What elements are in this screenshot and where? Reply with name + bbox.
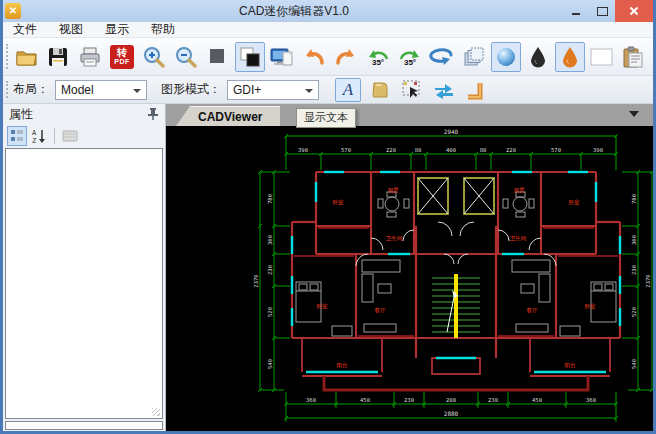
zoom-in-icon bbox=[142, 45, 166, 69]
swap-compare-button[interactable] bbox=[431, 78, 457, 102]
graphics-mode-label: 图形模式： bbox=[161, 81, 221, 98]
background-toggle-icon bbox=[238, 45, 262, 69]
droplet-orange-icon bbox=[558, 45, 582, 69]
app-window: ✕ CAD迷你编辑器V1.0 文件 视图 显示 帮助 转PDF bbox=[0, 0, 656, 434]
color-square-button[interactable] bbox=[203, 42, 233, 72]
menu-help[interactable]: 帮助 bbox=[151, 21, 175, 38]
rotate-left-35-button[interactable]: 35° bbox=[363, 42, 393, 72]
paste-button[interactable] bbox=[619, 42, 649, 72]
svg-text:客厅: 客厅 bbox=[527, 307, 539, 314]
sort-az-button[interactable]: AZ bbox=[29, 126, 49, 146]
svg-text:厨房: 厨房 bbox=[514, 187, 526, 193]
svg-text:卧室: 卧室 bbox=[317, 303, 329, 309]
property-pages-button bbox=[60, 126, 80, 146]
ink-orange-button[interactable] bbox=[555, 42, 585, 72]
open-button[interactable] bbox=[11, 42, 41, 72]
display-text-button[interactable]: A bbox=[335, 78, 361, 102]
svg-text:540: 540 bbox=[631, 359, 637, 369]
cad-canvas[interactable]: 2940 2880 390 570 220 80 400 80 220 570 bbox=[166, 126, 653, 431]
svg-text:卧室: 卧室 bbox=[569, 199, 581, 205]
svg-text:450: 450 bbox=[360, 397, 370, 403]
close-button[interactable] bbox=[615, 0, 653, 22]
zoom-out-button[interactable] bbox=[171, 42, 201, 72]
properties-grid[interactable] bbox=[5, 148, 163, 419]
svg-text:570: 570 bbox=[551, 147, 561, 153]
swap-arrows-icon bbox=[432, 79, 456, 101]
polyline-corner-button[interactable] bbox=[463, 78, 489, 102]
redo-button[interactable] bbox=[331, 42, 361, 72]
graphics-mode-select[interactable]: GDI+ bbox=[227, 80, 319, 100]
zoom-out-icon bbox=[174, 45, 198, 69]
convert-pdf-button[interactable]: 转PDF bbox=[107, 42, 137, 72]
save-button[interactable] bbox=[43, 42, 73, 72]
open-folder-icon bbox=[14, 45, 38, 69]
layout-value: Model bbox=[61, 83, 94, 97]
layout-select[interactable]: Model bbox=[55, 80, 147, 100]
svg-text:230: 230 bbox=[267, 265, 273, 275]
printer-icon bbox=[78, 45, 102, 69]
svg-text:80: 80 bbox=[415, 147, 422, 153]
svg-text:Z: Z bbox=[32, 137, 36, 144]
minimize-button[interactable] bbox=[563, 0, 589, 22]
svg-text:A: A bbox=[32, 129, 37, 137]
print-button[interactable] bbox=[75, 42, 105, 72]
pdf-icon: 转PDF bbox=[110, 45, 134, 69]
svg-text:230: 230 bbox=[404, 397, 414, 403]
floor-plan-drawing: 2940 2880 390 570 220 80 400 80 220 570 bbox=[166, 126, 653, 430]
rotate-orbit-icon bbox=[428, 45, 456, 69]
menu-bar: 文件 视图 显示 帮助 bbox=[3, 22, 653, 38]
svg-text:卧室: 卧室 bbox=[333, 199, 345, 205]
solid-fill-button[interactable] bbox=[367, 78, 393, 102]
render-sphere-button[interactable] bbox=[491, 42, 521, 72]
zoom-in-button[interactable] bbox=[139, 42, 169, 72]
rotate-left-angle: 35° bbox=[372, 59, 384, 66]
fit-screen-button[interactable] bbox=[267, 42, 297, 72]
categorized-view-button[interactable] bbox=[7, 126, 27, 146]
svg-text:390: 390 bbox=[593, 147, 603, 153]
sort-az-icon: AZ bbox=[31, 128, 47, 144]
svg-text:540: 540 bbox=[267, 359, 273, 369]
menu-view[interactable]: 视图 bbox=[59, 21, 83, 38]
rotate-view-button[interactable] bbox=[427, 42, 457, 72]
select-entities-icon bbox=[401, 79, 423, 101]
property-page-icon bbox=[62, 129, 78, 143]
menu-display[interactable]: 显示 bbox=[105, 21, 129, 38]
blank-swatch-button[interactable] bbox=[587, 42, 617, 72]
svg-text:400: 400 bbox=[446, 147, 456, 153]
undo-button[interactable] bbox=[299, 42, 329, 72]
ink-black-button[interactable] bbox=[523, 42, 553, 72]
background-toggle-button[interactable] bbox=[235, 42, 265, 72]
title-bar: ✕ CAD迷你编辑器V1.0 bbox=[3, 0, 653, 22]
tab-cadviewer[interactable]: CADViewer bbox=[176, 106, 280, 126]
properties-panel: 属性 AZ bbox=[3, 104, 166, 431]
droplet-black-icon bbox=[526, 45, 550, 69]
maximize-button[interactable] bbox=[589, 0, 615, 22]
menu-file[interactable]: 文件 bbox=[13, 21, 37, 38]
select-entities-button[interactable] bbox=[399, 78, 425, 102]
chevron-down-icon bbox=[133, 89, 141, 93]
svg-text:2370: 2370 bbox=[645, 274, 651, 287]
undo-arrow-icon bbox=[302, 45, 326, 69]
svg-text:卫生间: 卫生间 bbox=[510, 235, 527, 242]
pin-icon[interactable] bbox=[147, 107, 159, 121]
rotate-right-35-button[interactable]: 35° bbox=[395, 42, 425, 72]
view-toolbar: 布局： Model 图形模式： GDI+ A bbox=[3, 76, 653, 104]
tab-list-dropdown-icon[interactable] bbox=[629, 111, 639, 117]
svg-text:520: 520 bbox=[631, 307, 637, 317]
resize-grip[interactable] bbox=[152, 408, 160, 416]
svg-text:780: 780 bbox=[631, 194, 637, 204]
svg-text:200: 200 bbox=[446, 397, 456, 403]
blank-white-icon bbox=[589, 45, 615, 69]
svg-text:卫生间: 卫生间 bbox=[386, 235, 403, 242]
layers-button[interactable] bbox=[459, 42, 489, 72]
svg-text:230: 230 bbox=[631, 265, 637, 275]
svg-text:卧室: 卧室 bbox=[585, 303, 597, 309]
solid-fill-icon bbox=[369, 79, 391, 101]
tooltip: 显示文本 bbox=[296, 108, 356, 128]
document-tab-bar: CADViewer bbox=[166, 104, 653, 126]
properties-toolbar: AZ bbox=[3, 124, 165, 148]
monitor-icon bbox=[269, 45, 295, 69]
redo-arrow-icon bbox=[334, 45, 358, 69]
svg-text:360: 360 bbox=[586, 397, 596, 403]
categorized-icon bbox=[10, 129, 24, 143]
